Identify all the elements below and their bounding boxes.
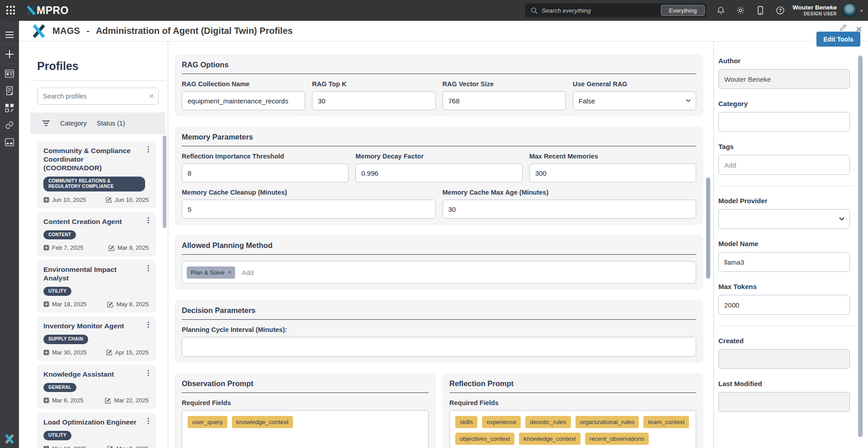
xmpro-logo: MPRO <box>26 5 69 17</box>
use-general-rag-select[interactable]: False <box>573 91 696 110</box>
model-name-input[interactable] <box>718 252 850 272</box>
field-tag: objectives_context <box>455 433 514 445</box>
details-scrollbar[interactable] <box>858 56 863 437</box>
section-decision-parameters: Decision Parameters Planning Cycle Inter… <box>175 300 703 363</box>
category-badge: UTILITY <box>43 287 71 296</box>
calendar-plus-icon <box>43 197 49 203</box>
profile-dates: Mar 30, 2025 Apr 15, 2025 <box>43 349 150 356</box>
edit-pencil-icon[interactable] <box>839 24 847 32</box>
breadcrumb: MAGS - Administration of Agent (Digital … <box>52 26 292 36</box>
profiles-title: Profiles <box>37 60 168 73</box>
memory-cache-max-age-input[interactable] <box>443 200 697 219</box>
caret-down-icon[interactable]: ▾ <box>860 8 863 13</box>
author-input <box>718 69 850 89</box>
max-recent-memories-input[interactable] <box>529 163 696 182</box>
card-icon[interactable] <box>0 134 19 151</box>
mobile-icon[interactable] <box>756 6 765 15</box>
field-tag: experience <box>482 416 521 428</box>
help-icon[interactable]: ? <box>776 6 785 15</box>
gear-icon[interactable] <box>736 6 745 15</box>
modified-date: Mar 8, 2025 <box>118 244 149 251</box>
search-input[interactable] <box>542 7 655 14</box>
planning-cycle-interval-input[interactable] <box>182 337 696 357</box>
profile-card[interactable]: ⋮ Community & Compliance Coordinator (CO… <box>37 141 156 209</box>
category-badge: CONTENT <box>43 230 76 240</box>
edit-date-icon <box>108 245 115 251</box>
profile-card[interactable]: ⋮ Environmental Impact Analyst UTILITY M… <box>37 260 156 313</box>
profile-card[interactable]: ⋮ Inventory Monitor Agent SUPPLY CHAIN M… <box>37 316 156 361</box>
created-date: Mar 18, 2025 <box>52 445 87 448</box>
profile-card[interactable]: ⋮ Content Creation Agent CONTENT Feb 7, … <box>37 212 156 257</box>
field-tag: knowledge_context <box>232 416 293 428</box>
kebab-menu-icon[interactable]: ⋮ <box>145 217 152 224</box>
calendar-plus-icon <box>43 446 49 448</box>
modified-date: May 8, 2025 <box>116 301 149 308</box>
memory-decay-factor-input[interactable] <box>355 163 522 182</box>
filter-icon[interactable] <box>42 120 50 126</box>
page-header: MAGS - Administration of Agent (Digital … <box>19 21 868 42</box>
xmpro-x-footer-logo[interactable] <box>0 434 19 444</box>
category-input[interactable] <box>718 112 850 132</box>
planning-method-tag-input[interactable]: Plan & Solve × Add <box>182 261 696 284</box>
kebab-menu-icon[interactable]: ⋮ <box>145 369 152 377</box>
category-badge: SUPPLY CHAIN <box>43 335 88 344</box>
chevron-down-icon <box>686 99 691 103</box>
profile-dates: Mar 18, 2025 May 8, 2025 <box>43 445 150 448</box>
profile-name: Knowledge Assistant <box>43 370 150 379</box>
profile-card[interactable]: ⋮ Knowledge Assistant GENERAL Mar 6, 202… <box>37 364 156 409</box>
profile-dates: Feb 7, 2025 Mar 8, 2025 <box>43 244 150 251</box>
field-tag: user_query <box>188 416 227 428</box>
kebab-menu-icon[interactable]: ⋮ <box>145 265 152 272</box>
memory-cache-cleanup-input[interactable] <box>182 200 436 219</box>
avatar[interactable] <box>842 3 857 18</box>
model-provider-select[interactable] <box>718 209 850 229</box>
bell-icon[interactable] <box>716 6 726 15</box>
clear-search-icon[interactable]: ✕ <box>149 93 154 100</box>
window-icon[interactable] <box>0 65 19 82</box>
rag-collection-name-input[interactable] <box>182 91 305 110</box>
svg-text:?: ? <box>779 8 782 13</box>
filter-status[interactable]: Status (1) <box>97 120 125 127</box>
document-icon[interactable] <box>0 82 19 99</box>
section-allowed-planning-method: Allowed Planning Method Plan & Solve × A… <box>175 235 703 290</box>
rag-vector-size-input[interactable] <box>443 91 566 110</box>
created-date: Feb 7, 2025 <box>52 244 83 251</box>
profile-card[interactable]: ⋮ Load Optimization Engineer UTILITY Mar… <box>37 412 156 448</box>
brand-wordmark: MPRO <box>37 5 69 17</box>
section-title: Decision Parameters <box>182 306 696 315</box>
topbar: MPRO Everything <box>0 0 868 21</box>
edit-tools-button[interactable]: Edit Tools <box>816 32 860 47</box>
category-badge: GENERAL <box>43 383 76 392</box>
last-modified-input <box>718 392 850 412</box>
section-reflection-prompt: Reflection Prompt Required Fields skills… <box>442 373 703 448</box>
user-menu[interactable]: Wouter Beneke DESIGN USER <box>793 4 837 17</box>
reflection-importance-threshold-input[interactable] <box>182 163 349 182</box>
profile-name: Content Creation Agent <box>43 218 150 226</box>
menu-icon[interactable] <box>0 26 19 43</box>
search-icon <box>530 7 538 14</box>
profile-search-input[interactable] <box>38 93 158 100</box>
calendar-plus-icon <box>43 301 49 307</box>
content-scrollbar[interactable] <box>706 177 710 279</box>
search-scope-button[interactable]: Everything <box>661 5 705 16</box>
kebab-menu-icon[interactable]: ⋮ <box>145 146 152 153</box>
created-date: Mar 6, 2025 <box>52 397 83 404</box>
profiles-scrollbar[interactable] <box>163 135 166 228</box>
kebab-menu-icon[interactable]: ⋮ <box>145 417 152 425</box>
filter-category[interactable]: Category <box>60 120 87 127</box>
section-title: Memory Parameters <box>182 133 696 141</box>
created-date: Jun 10, 2025 <box>52 196 86 203</box>
calendar-plus-icon <box>43 397 49 403</box>
app-grid-icon[interactable] <box>6 6 15 15</box>
profile-name: Environmental Impact Analyst <box>43 266 150 283</box>
rag-top-k-input[interactable] <box>312 91 435 110</box>
widgets-icon[interactable] <box>0 99 19 117</box>
plus-icon[interactable] <box>0 46 19 63</box>
modified-date: May 8, 2025 <box>116 445 149 448</box>
field-tag: organizational_rules <box>576 416 639 428</box>
max-tokens-input[interactable] <box>718 295 850 315</box>
remove-chip-icon[interactable]: × <box>228 269 231 275</box>
kebab-menu-icon[interactable]: ⋮ <box>145 321 152 328</box>
link-icon[interactable] <box>0 117 19 134</box>
tags-input[interactable] <box>718 155 850 175</box>
